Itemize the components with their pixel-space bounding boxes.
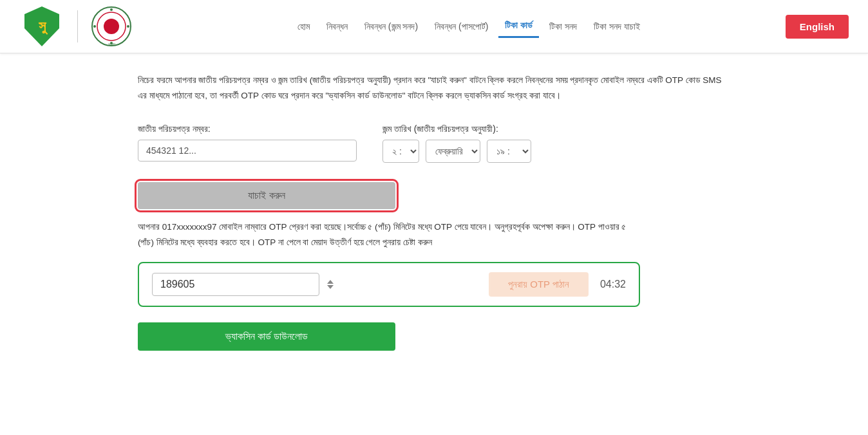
dob-group: জন্ম তারিখ (জাতীয় পরিচয়পত্র অনুযায়ী):…	[382, 124, 531, 163]
svg-point-7	[93, 25, 96, 28]
verify-btn-wrapper: যাচাই করুন	[138, 182, 730, 209]
nav-vaccine-cert[interactable]: টিকা সনদ	[543, 16, 583, 37]
nid-input[interactable]	[138, 140, 357, 162]
svg-point-8	[127, 25, 129, 28]
logo-divider	[77, 10, 78, 42]
english-button[interactable]: English	[786, 15, 849, 39]
dob-year-select[interactable]: ১৯ : ১৯৭০ ১৯৮০ ১৯৯০	[487, 140, 531, 163]
dob-day-select[interactable]: ২ : ১ ৩ ৪	[382, 140, 419, 163]
resend-otp-button[interactable]: পুনরায় OTP পাঠান	[489, 272, 589, 297]
nav-registration[interactable]: নিবন্ধন	[320, 16, 354, 37]
otp-timer: 04:32	[600, 279, 626, 290]
otp-input[interactable]	[152, 273, 319, 296]
download-button[interactable]: ভ্যাকসিন কার্ড ডাউনলোড	[138, 322, 395, 351]
otp-spinner-up[interactable]	[327, 280, 334, 284]
nav-registration-birth[interactable]: নিবন্ধন (জন্ম সনদ)	[358, 16, 424, 37]
otp-spinner[interactable]	[327, 280, 334, 289]
nav-links: হোম নিবন্ধন নিবন্ধন (জন্ম সনদ) নিবন্ধন (…	[158, 15, 779, 38]
nid-group: জাতীয় পরিচয়পত্র নম্বর:	[138, 124, 357, 162]
nav-vaccine-card[interactable]: টিকা কার্ড	[498, 15, 539, 38]
date-group: ২ : ১ ৩ ৪ ফেব্রুয়ারি জানুয়ারি মার্চ ১৯…	[382, 140, 531, 163]
nid-label: জাতীয় পরিচয়পত্র নম্বর:	[138, 124, 357, 134]
otp-input-wrapper	[152, 273, 476, 296]
svg-point-5	[110, 8, 113, 11]
nav-verify-cert[interactable]: টিকা সনদ যাচাই	[587, 16, 646, 37]
svg-point-4	[104, 19, 119, 34]
nav-registration-passport[interactable]: নিবন্ধন (পাসপোর্ট)	[428, 16, 495, 37]
dob-month-select[interactable]: ফেব্রুয়ারি জানুয়ারি মার্চ	[426, 140, 480, 163]
otp-spinner-down[interactable]	[327, 285, 334, 289]
dob-label: জন্ম তারিখ (জাতীয় পরিচয়পত্র অনুযায়ী):	[382, 124, 531, 134]
otp-box: পুনরায় OTP পাঠান 04:32	[138, 262, 640, 307]
info-text: নিচের ফরমে আপনার জাতীয় পরিচয়পত্র নম্বর…	[138, 73, 730, 104]
navbar: সু সরকার হোম নিবন্ধন নিবন্ধন (জন্ম সনদ) …	[0, 0, 868, 53]
surakkha-logo: সু	[19, 4, 64, 49]
svg-text:সরকার: সরকার	[108, 42, 116, 46]
otp-info-text: আপনার 017xxxxxxx97 মোবাইল নাম্বারে OTP প…	[138, 219, 640, 251]
govt-logo: সরকার	[91, 6, 133, 48]
main-content: নিচের ফরমে আপনার জাতীয় পরিচয়পত্র নম্বর…	[125, 73, 743, 351]
form-section: জাতীয় পরিচয়পত্র নম্বর: জন্ম তারিখ (জাত…	[138, 124, 730, 163]
brand-logo: সু সরকার	[19, 4, 133, 49]
verify-button[interactable]: যাচাই করুন	[138, 182, 395, 209]
nav-home[interactable]: হোম	[291, 16, 316, 37]
